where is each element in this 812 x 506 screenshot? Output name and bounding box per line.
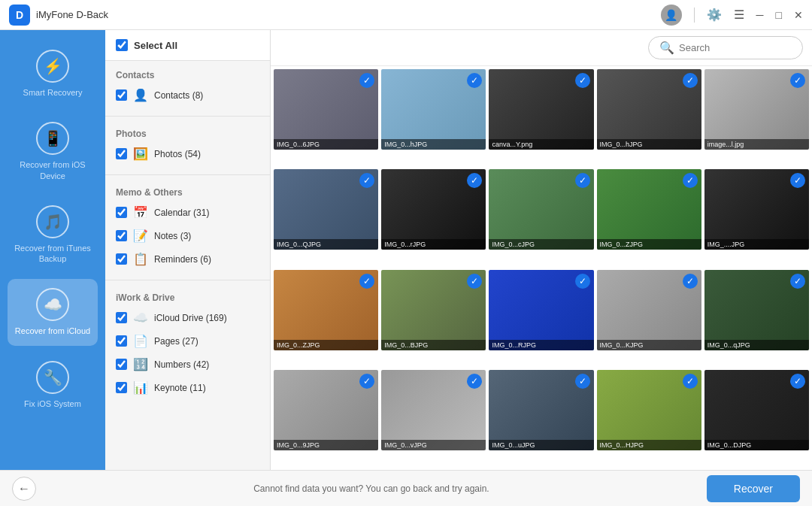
photo-item[interactable]: ✓IMG_0...rJPG: [381, 169, 486, 250]
photo-label: IMG_0...BJPG: [381, 340, 486, 350]
pages-icon: 📄: [133, 334, 148, 348]
search-wrap[interactable]: 🔍: [648, 36, 803, 59]
pages-checkbox[interactable]: [116, 335, 127, 347]
reminders-icon: 📋: [133, 252, 148, 266]
sidebar-item-smart-recovery[interactable]: ⚡ Smart Recovery: [8, 41, 98, 107]
divider-2: [105, 174, 270, 175]
sidebar-label-fix-ios: Fix iOS System: [24, 398, 81, 409]
calendar-icon: 📅: [133, 205, 148, 220]
contacts-item[interactable]: 👤 Contacts (8): [105, 83, 270, 107]
sidebar-item-recover-ios[interactable]: 📱 Recover from iOS Device: [8, 113, 98, 190]
photo-check-icon: ✓: [790, 274, 805, 289]
keynote-item[interactable]: 📊 Keynote (11): [105, 376, 270, 399]
photo-label: IMG_0...uJPG: [489, 440, 593, 450]
photo-label: IMG_0...6JPG: [274, 139, 378, 150]
search-input[interactable]: [679, 42, 792, 53]
content-toolbar: 🔍: [271, 30, 812, 66]
icloud-drive-item[interactable]: ☁️ iCloud Drive (169): [105, 306, 270, 329]
photo-item[interactable]: ✓image...l.jpg: [704, 69, 809, 150]
app-title: iMyFone D-Back: [36, 9, 108, 20]
keynote-checkbox[interactable]: [116, 382, 127, 393]
photo-item[interactable]: ✓IMG_0...DJPG: [704, 370, 809, 450]
maximize-button[interactable]: □: [776, 9, 782, 21]
photo-item[interactable]: ✓IMG_0...qJPG: [704, 270, 809, 350]
photo-item[interactable]: ✓IMG_0...hJPG: [381, 69, 486, 150]
smart-recovery-icon: ⚡: [36, 50, 69, 83]
close-button[interactable]: ✕: [794, 9, 803, 21]
select-all-checkbox[interactable]: [116, 39, 128, 51]
photo-check-icon: ✓: [359, 374, 374, 389]
photo-check-icon: ✓: [575, 274, 590, 289]
notes-label: Notes (3): [154, 231, 191, 241]
photo-item[interactable]: ✓IMG_0...HJPG: [597, 370, 701, 450]
calendar-checkbox[interactable]: [116, 207, 127, 218]
calendar-item[interactable]: 📅 Calendar (31): [105, 201, 270, 224]
sidebar-item-recover-itunes[interactable]: 🎵 Recover from iTunes Backup: [8, 196, 98, 274]
photo-item[interactable]: ✓IMG_0...9JPG: [274, 370, 378, 450]
pages-label: Pages (27): [154, 336, 198, 347]
calendar-label: Calendar (31): [154, 208, 209, 218]
photo-item[interactable]: ✓IMG_0...6JPG: [274, 69, 378, 150]
settings-icon[interactable]: ⚙️: [707, 8, 722, 22]
photo-item[interactable]: ✓IMG_....JPG: [704, 169, 809, 250]
photo-check-icon: ✓: [467, 274, 482, 289]
reminders-checkbox[interactable]: [116, 253, 127, 265]
reminders-label: Reminders (6): [154, 254, 211, 265]
photos-label: Photos (54): [154, 149, 201, 159]
divider-1: [105, 116, 270, 117]
memo-category-title: Memo & Others: [105, 184, 270, 201]
photo-label: IMG_0...hJPG: [597, 139, 701, 150]
app-logo: D: [9, 5, 30, 26]
pages-item[interactable]: 📄 Pages (27): [105, 329, 270, 353]
photo-item[interactable]: ✓IMG_0...ZJPG: [597, 169, 701, 250]
numbers-checkbox[interactable]: [116, 359, 127, 370]
contacts-checkbox[interactable]: [116, 89, 127, 101]
recover-ios-icon: 📱: [36, 122, 69, 155]
photo-check-icon: ✓: [575, 73, 590, 88]
minimize-button[interactable]: ─: [756, 9, 764, 21]
sidebar-label-recover-ios: Recover from iOS Device: [14, 159, 92, 181]
numbers-label: Numbers (42): [154, 359, 209, 370]
user-avatar-icon[interactable]: 👤: [661, 5, 682, 26]
photo-item[interactable]: ✓IMG_0...BJPG: [381, 270, 486, 350]
photo-item[interactable]: ✓IMG_0...hJPG: [597, 69, 701, 150]
photo-check-icon: ✓: [575, 374, 590, 389]
select-all-label: Select All: [134, 40, 177, 51]
notes-checkbox[interactable]: [116, 230, 127, 241]
recover-button[interactable]: Recover: [707, 475, 800, 502]
photo-item[interactable]: ✓IMG_0...RJPG: [489, 270, 593, 350]
icloud-drive-checkbox[interactable]: [116, 312, 127, 323]
keynote-icon: 📊: [133, 380, 148, 395]
photo-item[interactable]: ✓IMG_0...cJPG: [489, 169, 593, 250]
photo-check-icon: ✓: [683, 274, 698, 289]
reminders-item[interactable]: 📋 Reminders (6): [105, 247, 270, 271]
sidebar-item-fix-ios[interactable]: 🔧 Fix iOS System: [8, 352, 98, 418]
numbers-item[interactable]: 🔢 Numbers (42): [105, 353, 270, 376]
photo-item[interactable]: ✓IMG_0...vJPG: [381, 370, 486, 450]
photos-item[interactable]: 🖼️ Photos (54): [105, 142, 270, 165]
menu-icon[interactable]: ☰: [734, 8, 744, 22]
photo-check-icon: ✓: [359, 274, 374, 289]
photo-item[interactable]: ✓IMG_0...QJPG: [274, 169, 378, 250]
contacts-section: Contacts 👤 Contacts (8): [105, 61, 270, 113]
category-panel: Select All Contacts 👤 Contacts (8) Photo…: [105, 30, 271, 470]
photos-checkbox[interactable]: [116, 148, 127, 159]
bottom-message: Cannot find data you want? You can go ba…: [45, 483, 698, 494]
back-button[interactable]: ←: [12, 477, 36, 501]
sidebar-label-recover-itunes: Recover from iTunes Backup: [14, 243, 92, 265]
photo-check-icon: ✓: [683, 173, 698, 188]
notes-item[interactable]: 📝 Notes (3): [105, 224, 270, 247]
photo-item[interactable]: ✓IMG_0...KJPG: [597, 270, 701, 350]
photo-check-icon: ✓: [575, 173, 590, 188]
sidebar-item-recover-icloud[interactable]: ☁️ Recover from iCloud: [8, 279, 98, 345]
photo-label: image...l.jpg: [704, 139, 809, 150]
numbers-icon: 🔢: [133, 357, 148, 371]
photo-item[interactable]: ✓canva...Y.png: [489, 69, 593, 150]
select-all-header[interactable]: Select All: [105, 30, 270, 61]
photo-label: IMG_0...9JPG: [274, 440, 378, 450]
photo-label: IMG_0...KJPG: [597, 340, 701, 350]
photo-item[interactable]: ✓IMG_0...uJPG: [489, 370, 593, 450]
photos-section: Photos 🖼️ Photos (54): [105, 120, 270, 171]
photo-item[interactable]: ✓IMG_0...ZJPG: [274, 270, 378, 350]
photo-label: IMG_0...QJPG: [274, 239, 378, 250]
